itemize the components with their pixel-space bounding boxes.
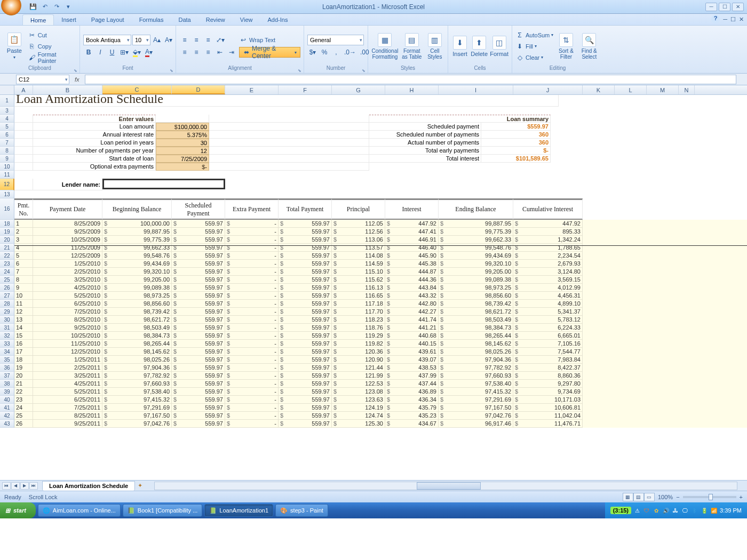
amort-date[interactable]: 3/25/2010 (33, 276, 102, 284)
amort-extra[interactable]: $- (225, 332, 279, 340)
tab-next-button[interactable]: ▶ (20, 482, 29, 490)
row-header[interactable]: 9 (0, 155, 14, 163)
paste-button[interactable]: 📋Paste▾ (3, 29, 26, 64)
amort-date[interactable]: 1/25/2011 (33, 356, 102, 364)
amort-end[interactable]: $99,205.00 (439, 268, 513, 276)
tray-flower-icon[interactable]: ✿ (653, 507, 660, 514)
amort-no[interactable]: 26 (14, 420, 33, 428)
amort-int[interactable]: $436.89 (385, 388, 439, 396)
amort-prin[interactable]: $121.44 (332, 364, 385, 372)
amort-beg[interactable]: $97,904.36 (102, 364, 172, 372)
amort-sch[interactable]: $559.97 (172, 396, 225, 404)
row-header[interactable]: 13 (0, 190, 14, 198)
amort-date[interactable]: 6/25/2010 (33, 300, 102, 308)
amort-end[interactable]: $99,887.95 (439, 220, 513, 228)
amort-tot[interactable]: $559.97 (279, 412, 332, 420)
borders-button[interactable]: ⊞▾ (118, 47, 130, 58)
amort-prin[interactable]: $115.10 (332, 268, 385, 276)
row-header[interactable]: 31 (0, 324, 14, 332)
accounting-button[interactable]: $▾ (307, 47, 318, 58)
amort-prin[interactable]: $123.08 (332, 388, 385, 396)
col-header-H[interactable]: H (385, 85, 439, 94)
amort-sch[interactable]: $559.97 (172, 348, 225, 356)
task-item[interactable]: 📗LoanAmortization1 (204, 504, 273, 517)
input-value[interactable]: 5.375% (156, 131, 209, 139)
format-painter-button[interactable]: 🖌Format Painter (28, 52, 76, 63)
amort-cum[interactable]: $4,012.99 (513, 284, 583, 292)
amort-end[interactable]: $99,089.38 (439, 276, 513, 284)
amort-end[interactable]: $98,025.26 (439, 348, 513, 356)
align-center-button[interactable]: ≡ (191, 47, 202, 58)
summary-label[interactable]: Total early payments (369, 147, 481, 155)
amort-no[interactable]: 10 (14, 292, 33, 300)
amort-cum[interactable]: $7,983.84 (513, 356, 583, 364)
tray-display-icon[interactable]: 🖵 (681, 507, 689, 514)
amort-prin[interactable]: $125.30 (332, 420, 385, 428)
clock[interactable]: 3:39 PM (720, 507, 742, 514)
amort-cum[interactable]: $10,606.81 (513, 404, 583, 412)
tray-shield-icon[interactable]: 🛡 (643, 507, 650, 514)
row-header[interactable]: 37 (0, 372, 14, 380)
amort-end[interactable]: $99,434.69 (439, 252, 513, 260)
page-title[interactable]: Loan Amortization Schedule (14, 95, 559, 107)
amort-sch[interactable]: $559.97 (172, 388, 225, 396)
col-header-K[interactable]: K (583, 85, 615, 94)
amort-end[interactable]: $97,042.76 (439, 412, 513, 420)
amort-int[interactable]: $437.99 (385, 372, 439, 380)
amort-int[interactable]: $442.27 (385, 308, 439, 316)
amort-beg[interactable]: $99,548.76 (102, 252, 172, 260)
amort-end[interactable]: $97,660.93 (439, 372, 513, 380)
row-header[interactable]: 43 (0, 420, 14, 428)
amort-cum[interactable]: $8,860.36 (513, 372, 583, 380)
amort-extra[interactable]: $- (225, 380, 279, 388)
amort-tot[interactable]: $559.97 (279, 300, 332, 308)
amort-prin[interactable]: $115.62 (332, 276, 385, 284)
amort-date[interactable]: 4/25/2010 (33, 284, 102, 292)
amort-sch[interactable]: $559.97 (172, 252, 225, 260)
row-header[interactable]: 42 (0, 412, 14, 420)
amort-tot[interactable]: $559.97 (279, 308, 332, 316)
amort-date[interactable]: 3/25/2011 (33, 372, 102, 380)
copy-button[interactable]: ⎘Copy (28, 41, 76, 52)
doc-minimize-button[interactable]: ─ (723, 16, 727, 22)
amort-no[interactable]: 23 (14, 396, 33, 404)
amort-end[interactable]: $98,503.49 (439, 316, 513, 324)
amort-no[interactable]: 14 (14, 324, 33, 332)
amort-header[interactable]: Scheduled Payment (172, 198, 225, 220)
row-header[interactable]: 18 (0, 220, 14, 228)
row-header[interactable]: 4 (0, 115, 14, 123)
amort-prin[interactable]: $114.59 (332, 260, 385, 268)
amort-tot[interactable]: $559.97 (279, 340, 332, 348)
row-header[interactable]: 26 (0, 284, 14, 292)
amort-extra[interactable]: $- (225, 340, 279, 348)
help-icon[interactable]: ? (711, 15, 720, 23)
input-label[interactable]: Loan period in years (33, 139, 156, 147)
format-cells-button[interactable]: ◫Format (490, 29, 508, 64)
amort-cum[interactable]: $8,422.37 (513, 364, 583, 372)
summary-label[interactable]: Scheduled number of payments (369, 131, 481, 139)
font-color-button[interactable]: A▾ (144, 47, 154, 58)
amort-int[interactable]: $444.36 (385, 276, 439, 284)
amort-no[interactable]: 12 (14, 308, 33, 316)
amort-cum[interactable]: $6,224.33 (513, 324, 583, 332)
wrap-text-button[interactable]: ↩Wrap Text (239, 35, 300, 45)
amort-end[interactable]: $98,973.25 (439, 284, 513, 292)
task-item[interactable]: 📗Book1 [Compatibility ... (123, 504, 203, 517)
amort-cum[interactable]: $4,456.31 (513, 292, 583, 300)
amort-prin[interactable]: $113.06 (332, 236, 385, 244)
amort-beg[interactable]: $97,538.40 (102, 388, 172, 396)
amort-beg[interactable]: $99,089.38 (102, 284, 172, 292)
amort-tot[interactable]: $559.97 (279, 220, 332, 228)
amort-prin[interactable]: $116.65 (332, 292, 385, 300)
amort-prin[interactable]: $124.19 (332, 404, 385, 412)
tab-view[interactable]: View (233, 14, 260, 25)
amort-tot[interactable]: $559.97 (279, 276, 332, 284)
tab-insert[interactable]: Insert (54, 14, 84, 25)
clear-button[interactable]: ◇Clear▾ (515, 52, 553, 63)
zoom-out-button[interactable]: − (676, 494, 679, 500)
amort-no[interactable]: 8 (14, 276, 33, 284)
summary-label[interactable]: Total interest (369, 155, 481, 163)
amort-no[interactable]: 16 (14, 340, 33, 348)
amort-prin[interactable]: $119.29 (332, 332, 385, 340)
row-header[interactable]: 3 (0, 107, 14, 115)
